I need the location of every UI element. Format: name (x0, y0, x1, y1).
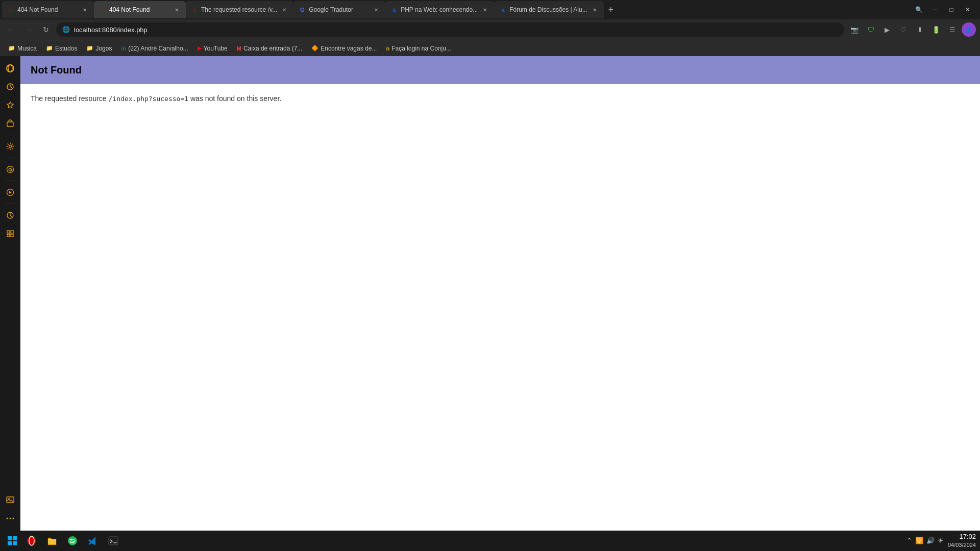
error-header: Not Found (20, 56, 980, 84)
taskbar-file-explorer[interactable] (43, 532, 61, 550)
sidebar-shopping-icon[interactable] (2, 115, 18, 132)
bookmark-linkedin[interactable]: in (22) André Carvalho... (117, 43, 192, 54)
tab-5[interactable]: a PHP na Web: conhecendo... ✕ (385, 1, 494, 18)
tab-3[interactable]: ⚠ The requested resource /v... ✕ (186, 1, 293, 18)
address-bar[interactable]: 🌐 localhost:8080/index.php (56, 22, 844, 37)
start-button[interactable] (4, 533, 20, 549)
bookmark-vagas[interactable]: 🔶 Encontre vagas de... (307, 43, 381, 54)
svg-rect-11 (11, 234, 13, 237)
bookmark-estudos[interactable]: 📁 Estudos (42, 43, 81, 54)
forward-button[interactable]: → (21, 22, 36, 37)
sidebar-opera-icon[interactable] (2, 60, 18, 77)
window-controls: 🔍 ─ □ ✕ (913, 4, 978, 16)
tab-2-title: 404 Not Found (109, 6, 169, 13)
bookmark-gmail-label: Caixa de entrada (7... (243, 45, 302, 52)
sidebar-player-icon[interactable] (2, 184, 18, 201)
svg-point-16 (12, 518, 14, 519)
screenshot-button[interactable]: 📷 (847, 22, 862, 37)
favorites-button[interactable]: ♡ (896, 22, 911, 37)
page-content: Not Found The requested resource /index.… (20, 56, 980, 531)
taskbar: ⌃ 🛜 🔊 ☀ 17:02 04/03/2024 (0, 531, 980, 551)
tab-6-close[interactable]: ✕ (591, 6, 599, 14)
svg-rect-20 (13, 541, 17, 545)
gmail-icon: M (237, 45, 241, 52)
sidebar-packages-icon[interactable] (2, 226, 18, 242)
back-button[interactable]: ← (4, 22, 18, 37)
taskbar-right: ⌃ 🛜 🔊 ☀ 17:02 04/03/2024 (906, 532, 976, 549)
bookmark-musica[interactable]: 📁 Musica (4, 43, 41, 54)
battery-button[interactable]: 🔋 (929, 22, 943, 37)
svg-point-21 (27, 536, 36, 545)
menu-button[interactable]: ☰ (945, 22, 960, 37)
taskbar-opera[interactable] (22, 532, 41, 550)
bookmarks-bar: 📁 Musica 📁 Estudos 📁 Jogos in (22) André… (0, 40, 980, 56)
error-body: The requested resource /index.php?sucess… (20, 84, 980, 113)
search-button[interactable]: 🔍 (913, 4, 925, 16)
sidebar-wallpaper-icon[interactable] (2, 492, 18, 508)
player-button[interactable]: ▶ (880, 22, 894, 37)
sidebar-whatsapp-icon[interactable] (2, 161, 18, 178)
taskbar-up-arrow[interactable]: ⌃ (906, 537, 912, 544)
volume-icon[interactable]: 🔊 (926, 537, 935, 544)
tab-4-title: Google Tradutor (309, 6, 369, 13)
svg-point-14 (6, 518, 8, 519)
taskbar-spotify[interactable] (63, 532, 82, 550)
new-tab-button[interactable]: + (604, 3, 618, 17)
reload-button[interactable]: ↻ (39, 22, 53, 37)
sidebar-settings-icon[interactable] (2, 138, 18, 155)
tab-1-favicon: ⚠ (7, 6, 14, 13)
svg-rect-17 (8, 536, 12, 540)
bookmark-musica-label: Musica (17, 45, 37, 52)
tab-2-close[interactable]: ✕ (173, 6, 181, 14)
tab-3-close[interactable]: ✕ (280, 6, 288, 14)
minimize-button[interactable]: ─ (929, 4, 941, 16)
tab-4[interactable]: G Google Tradutor ✕ (293, 1, 385, 18)
folder-icon-3: 📁 (86, 45, 93, 52)
sidebar-history-icon[interactable] (2, 207, 18, 223)
location-icon: 🌐 (62, 26, 70, 33)
error-title: Not Found (31, 64, 970, 76)
avatar-button[interactable]: 👤 (962, 22, 976, 37)
bookmark-gmail[interactable]: M Caixa de entrada (7... (233, 43, 307, 54)
tab-2[interactable]: ⚠ 404 Not Found ✕ (94, 1, 186, 18)
folder-icon: 📁 (8, 45, 15, 52)
taskbar-terminal[interactable] (104, 532, 122, 550)
browser-body: Not Found The requested resource /index.… (0, 56, 980, 531)
svg-rect-25 (109, 537, 118, 545)
taskbar-date: 04/03/2024 (948, 541, 976, 549)
download-button[interactable]: ⬇ (913, 22, 927, 37)
svg-point-0 (7, 65, 14, 72)
bookmark-jogos[interactable]: 📁 Jogos (82, 43, 116, 54)
svg-rect-3 (7, 122, 13, 127)
wifi-icon[interactable]: 🛜 (915, 537, 923, 544)
maximize-button[interactable]: □ (945, 4, 958, 16)
svg-rect-19 (8, 541, 12, 545)
brightness-icon[interactable]: ☀ (938, 537, 944, 544)
svg-rect-10 (7, 234, 10, 237)
folder-icon-2: 📁 (46, 45, 53, 52)
shield-button[interactable]: 🛡 (864, 22, 878, 37)
svg-rect-9 (11, 231, 13, 233)
taskbar-vscode[interactable] (84, 532, 102, 550)
tab-5-close[interactable]: ✕ (481, 6, 489, 14)
tab-5-favicon: a (390, 6, 398, 13)
toolbar-actions: 📷 🛡 ▶ ♡ ⬇ 🔋 ☰ 👤 (847, 22, 976, 37)
taskbar-clock[interactable]: 17:02 04/03/2024 (948, 532, 976, 549)
bookmark-youtube[interactable]: ▶ YouTube (193, 43, 232, 54)
tab-4-close[interactable]: ✕ (372, 6, 380, 14)
tab-3-title: The requested resource /v... (201, 6, 277, 13)
conju-icon: n (386, 45, 389, 52)
svg-point-5 (7, 166, 13, 173)
sidebar-recent-icon[interactable] (2, 79, 18, 95)
tab-4-favicon: G (299, 6, 306, 13)
sidebar-favorites-icon[interactable] (2, 97, 18, 113)
bookmark-conju[interactable]: n Faça login na Conju... (382, 43, 455, 54)
tab-1[interactable]: ⚠ 404 Not Found ✕ (2, 1, 94, 18)
svg-point-15 (9, 518, 11, 519)
sidebar-divider-1 (5, 135, 15, 135)
close-button[interactable]: ✕ (962, 4, 974, 16)
tab-6[interactable]: a Fórum de Discussões | Alu... ✕ (494, 1, 604, 18)
tab-1-close[interactable]: ✕ (81, 6, 89, 14)
taskbar-time: 17:02 (948, 532, 976, 541)
sidebar-more-icon[interactable] (2, 510, 18, 527)
